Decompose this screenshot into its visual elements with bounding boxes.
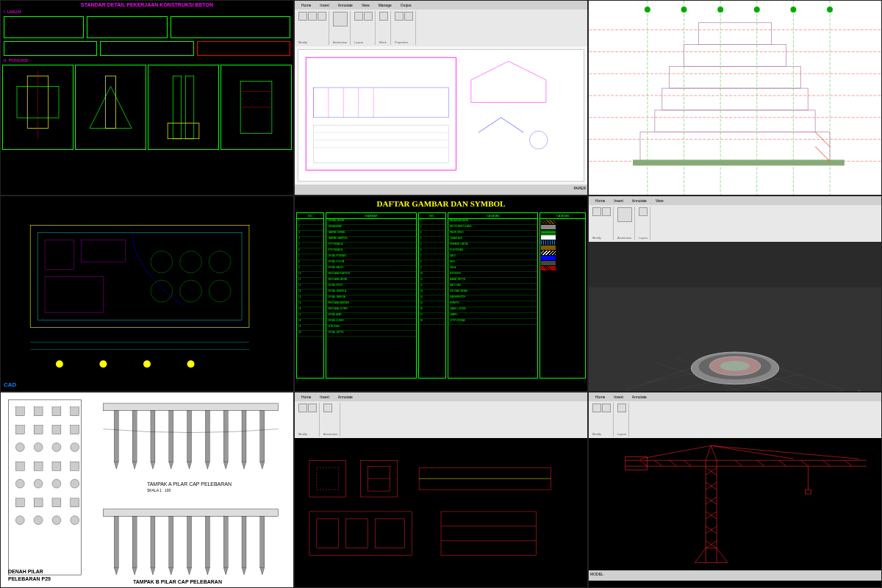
- view-b-label: TAMPAK B PILAR CAP PELEBARAN: [133, 579, 222, 584]
- svg-rect-17: [313, 125, 448, 162]
- svg-rect-83: [52, 407, 61, 416]
- section-pondasi: II. PONDASI: [1, 57, 293, 63]
- svg-rect-85: [15, 426, 24, 434]
- svg-line-167: [801, 460, 808, 466]
- svg-point-57: [209, 251, 231, 273]
- drawing-canvas[interactable]: [298, 49, 584, 182]
- svg-rect-93: [15, 462, 24, 470]
- svg-point-59: [180, 280, 202, 302]
- ribbon-tabs[interactable]: Home Insert Annotate View Manage Output: [295, 1, 587, 10]
- svg-rect-111: [132, 411, 137, 462]
- svg-rect-52: [45, 240, 74, 270]
- tab-annotate[interactable]: Annotate: [336, 2, 355, 8]
- ribbon-tools: Modify Annotation Layers Block Propertie…: [295, 10, 587, 46]
- svg-line-160: [640, 460, 648, 466]
- svg-rect-119: [103, 509, 278, 517]
- svg-rect-36: [684, 45, 786, 67]
- svg-rect-126: [223, 517, 228, 567]
- svg-rect-123: [169, 517, 173, 567]
- autocad-pabrik: Home Insert Annotate View Manage Output …: [294, 0, 588, 196]
- drawing-canvas[interactable]: [589, 438, 881, 570]
- svg-rect-104: [71, 498, 79, 507]
- svg-rect-102: [34, 498, 43, 507]
- plan-title-2: PELEBARAN P29: [8, 576, 51, 581]
- spec-tables: [1, 15, 293, 40]
- svg-point-63: [56, 360, 63, 368]
- autocad-lift-detail: HomeInsertAnnotate ModifyAnnotation: [294, 392, 588, 588]
- svg-rect-175: [806, 490, 811, 494]
- daftar-gambar: DAFTAR GAMBAR DAN SYMBOL NO. 12345678910…: [294, 196, 588, 392]
- svg-rect-170: [625, 456, 648, 470]
- svg-rect-54: [45, 276, 103, 313]
- svg-rect-140: [375, 519, 404, 548]
- svg-rect-87: [52, 426, 61, 434]
- plan-title-1: DENAH PILAR: [8, 569, 43, 574]
- spec-tables-2: [1, 40, 293, 57]
- svg-rect-109: [103, 404, 278, 411]
- svg-line-49: [815, 146, 830, 161]
- svg-rect-116: [223, 411, 228, 462]
- svg-rect-138: [317, 519, 339, 548]
- svg-point-76: [720, 361, 750, 371]
- svg-rect-6: [168, 123, 199, 138]
- svg-rect-131: [317, 467, 339, 490]
- status-bar: PAPER: [295, 184, 587, 195]
- foundation-details: [1, 63, 293, 151]
- svg-point-65: [143, 360, 151, 368]
- svg-point-43: [681, 7, 687, 12]
- tab-output[interactable]: Output: [398, 2, 414, 8]
- svg-rect-114: [187, 411, 192, 462]
- svg-rect-118: [260, 411, 265, 462]
- svg-rect-137: [309, 512, 412, 556]
- tab-insert[interactable]: Insert: [318, 2, 331, 8]
- drawing-canvas[interactable]: [295, 438, 587, 570]
- svg-rect-120: [114, 517, 118, 567]
- svg-rect-115: [205, 411, 209, 462]
- svg-rect-113: [169, 411, 173, 462]
- tab-home[interactable]: Home: [299, 2, 313, 8]
- tab-view[interactable]: View: [359, 2, 372, 8]
- svg-point-107: [52, 516, 61, 525]
- svg-point-98: [34, 479, 43, 488]
- svg-point-90: [34, 442, 43, 451]
- ribbon-tabs[interactable]: HomeInsertAnnotateView: [589, 196, 881, 205]
- svg-rect-112: [151, 411, 155, 462]
- svg-point-106: [34, 516, 43, 525]
- svg-rect-96: [71, 462, 79, 470]
- svg-rect-86: [34, 426, 43, 434]
- symbol-columns: NO. 1234567891011121314151617181920 GAMB…: [295, 211, 587, 380]
- pile-drawing: TAMPAK A PILAR CAP PELEBARAN SKALA 1 : 1…: [0, 392, 294, 588]
- svg-rect-11: [313, 87, 448, 118]
- svg-point-42: [645, 7, 650, 12]
- 3d-viewport[interactable]: [589, 287, 881, 392]
- svg-rect-84: [71, 407, 79, 416]
- section-umum: I. UMUM: [1, 9, 293, 15]
- svg-rect-141: [441, 512, 536, 556]
- list-header: DAFTAR GAMBAR DAN SYMBOL: [295, 196, 587, 211]
- svg-point-46: [790, 7, 796, 12]
- tab-manage[interactable]: Manage: [376, 2, 394, 8]
- ribbon: HomeInsertAnnotateView ModifyAnnotationL…: [589, 196, 881, 242]
- svg-point-58: [151, 280, 173, 302]
- svg-point-55: [151, 251, 173, 273]
- svg-point-45: [754, 7, 760, 12]
- svg-rect-139: [346, 519, 368, 548]
- svg-line-169: [845, 460, 852, 466]
- svg-rect-110: [114, 411, 118, 462]
- svg-rect-37: [670, 66, 801, 88]
- svg-point-44: [717, 7, 723, 12]
- svg-line-168: [822, 460, 830, 466]
- autocad-crane: HomeInsertAnnotate ModifyLayers: [588, 392, 882, 588]
- svg-line-171: [640, 445, 711, 459]
- svg-line-166: [779, 460, 786, 466]
- svg-line-163: [684, 460, 691, 466]
- status-bar: MODEL: [589, 570, 881, 581]
- svg-point-99: [52, 479, 61, 488]
- svg-point-60: [209, 280, 231, 302]
- view-a-label: TAMPAK A PILAR CAP PELEBARAN: [147, 481, 232, 487]
- ribbon: Home Insert Annotate View Manage Output …: [295, 1, 587, 46]
- svg-point-97: [15, 479, 24, 488]
- svg-rect-130: [309, 460, 346, 497]
- svg-point-21: [529, 131, 548, 149]
- svg-rect-95: [52, 462, 61, 470]
